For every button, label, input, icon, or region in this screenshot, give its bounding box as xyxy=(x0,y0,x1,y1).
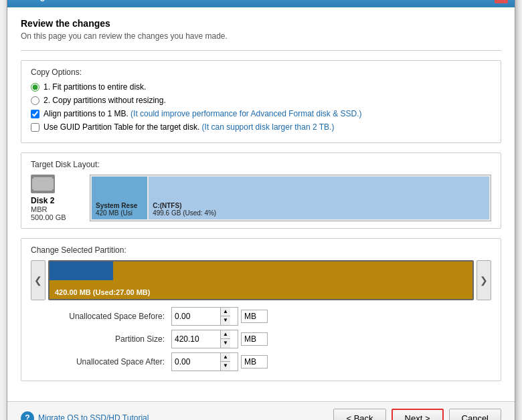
title-bar-left: Migrate OS to SSD/HD Wizard xyxy=(14,0,153,2)
field3-spin-up[interactable]: ▲ xyxy=(221,353,230,362)
option2-radio[interactable] xyxy=(31,96,39,105)
field2-spin-up[interactable]: ▲ xyxy=(221,330,230,339)
disk-layout-label: Target Disk Layout: xyxy=(31,160,491,169)
partition1-sub: 420 MB (Usi xyxy=(96,209,143,217)
partition2-label: C:(NTFS) xyxy=(153,202,485,209)
partition-main[interactable]: C:(NTFS) 499.6 GB (Used: 4%) xyxy=(149,177,489,219)
partition-used-indicator xyxy=(50,261,113,280)
header-divider xyxy=(21,50,501,51)
field2-spinners: ▲ ▼ xyxy=(220,330,230,348)
field1-label: Unallocated Space Before: xyxy=(48,312,169,321)
footer-left: ? Migrate OS to SSD/HD Tutorial xyxy=(21,411,149,420)
field3-label: Unallocated Space After: xyxy=(48,357,169,366)
option1-row: 1. Fit partitions to entire disk. xyxy=(31,82,491,92)
field2-spin-down[interactable]: ▼ xyxy=(221,339,230,348)
dialog-footer: ? Migrate OS to SSD/HD Tutorial < Back N… xyxy=(7,401,515,421)
svg-rect-4 xyxy=(32,179,54,189)
partition-bar-row: ❮ 420.00 MB (Used:27.00 MB) ❯ xyxy=(31,260,491,300)
disk-size: 500.00 GB xyxy=(31,213,66,221)
field3-input[interactable] xyxy=(172,353,220,371)
cancel-button[interactable]: Cancel xyxy=(449,409,501,421)
option3-row: Align partitions to 1 MB. (It could impr… xyxy=(31,109,491,118)
next-button[interactable]: Next > xyxy=(392,409,444,421)
page-title: Review the changes xyxy=(21,18,501,29)
disk-layout-section: Target Disk Layout: Disk 2 MBR 500.00 GB xyxy=(21,152,501,229)
dialog-title: Migrate OS to SSD/HD Wizard xyxy=(30,0,153,1)
dialog-body: Review the changes On this page you can … xyxy=(7,7,515,401)
partition1-label: System Rese xyxy=(96,202,143,209)
field3-input-wrap: ▲ ▼ xyxy=(171,352,238,371)
field1-spin-down[interactable]: ▼ xyxy=(221,316,230,325)
field1-unit[interactable]: MB xyxy=(241,310,268,323)
disk-name: Disk 2 xyxy=(31,196,54,205)
option2-row: 2. Copy partitions without resizing. xyxy=(31,96,491,105)
option4-checkbox[interactable] xyxy=(31,123,39,132)
left-arrow-button[interactable]: ❮ xyxy=(31,260,46,300)
change-partition-section: Change Selected Partition: ❮ 420.00 MB (… xyxy=(21,238,501,381)
app-icon xyxy=(14,0,25,2)
help-icon[interactable]: ? xyxy=(21,411,34,420)
option3-label: Align partitions to 1 MB. xyxy=(44,109,128,118)
option4-hint: (It can support disk larger than 2 TB.) xyxy=(199,122,334,132)
disk-icon xyxy=(31,175,55,193)
field1-spin-up[interactable]: ▲ xyxy=(221,308,230,316)
option4-text: Use GUID Partition Table for the target … xyxy=(44,122,334,132)
option3-checkbox[interactable] xyxy=(31,110,39,118)
field1-spinners: ▲ ▼ xyxy=(220,308,230,325)
tutorial-link[interactable]: Migrate OS to SSD/HD Tutorial xyxy=(38,413,149,420)
partition-system-reserved[interactable]: System Rese 420 MB (Usi xyxy=(92,177,147,219)
partition-bar-label: 420.00 MB (Used:27.00 MB) xyxy=(55,288,150,296)
field2-unit[interactable]: MB xyxy=(241,332,268,346)
option2-label: 2. Copy partitions without resizing. xyxy=(44,96,166,105)
field1-input[interactable] xyxy=(172,308,220,325)
option4-row: Use GUID Partition Table for the target … xyxy=(31,122,491,132)
footer-buttons: < Back Next > Cancel xyxy=(333,409,501,421)
partition-fields: Unallocated Space Before: ▲ ▼ MB Partiti… xyxy=(48,307,491,371)
svg-point-5 xyxy=(48,182,52,186)
field1-input-wrap: ▲ ▼ xyxy=(171,307,238,326)
option1-label: 1. Fit partitions to entire disk. xyxy=(44,82,146,92)
field2-input-wrap: ▲ ▼ xyxy=(171,330,238,348)
dialog-window: Migrate OS to SSD/HD Wizard ✕ Review the… xyxy=(7,0,515,420)
option1-radio[interactable] xyxy=(31,83,39,92)
back-button[interactable]: < Back xyxy=(333,409,385,421)
field2-label: Partition Size: xyxy=(48,334,169,344)
close-button[interactable]: ✕ xyxy=(495,0,508,3)
title-bar: Migrate OS to SSD/HD Wizard ✕ xyxy=(7,0,515,7)
disk-type: MBR xyxy=(31,205,47,213)
field3-unit[interactable]: MB xyxy=(241,355,268,369)
field2-input[interactable] xyxy=(172,330,220,348)
disk-partitions: System Rese 420 MB (Usi C:(NTFS) 499.6 G… xyxy=(90,175,491,221)
change-partition-label: Change Selected Partition: xyxy=(31,245,491,255)
disk-row: Disk 2 MBR 500.00 GB System Rese 420 MB … xyxy=(31,175,491,221)
option4-label: Use GUID Partition Table for the target … xyxy=(44,122,199,132)
disk-info: Disk 2 MBR 500.00 GB xyxy=(31,175,84,221)
partition2-sub: 499.6 GB (Used: 4%) xyxy=(153,209,485,217)
field3-spinners: ▲ ▼ xyxy=(220,353,230,371)
option3-text: Align partitions to 1 MB. (It could impr… xyxy=(44,109,362,118)
copy-options-section: Copy Options: 1. Fit partitions to entir… xyxy=(21,60,501,143)
right-arrow-button[interactable]: ❯ xyxy=(476,260,491,300)
page-subtitle: On this page you can review the changes … xyxy=(21,31,501,41)
option3-hint: (It could improve performance for Advanc… xyxy=(128,109,362,118)
partition-visual-bar: 420.00 MB (Used:27.00 MB) xyxy=(48,260,474,300)
svg-rect-3 xyxy=(31,177,55,191)
copy-options-label: Copy Options: xyxy=(31,68,491,77)
field3-spin-down[interactable]: ▼ xyxy=(221,362,230,371)
